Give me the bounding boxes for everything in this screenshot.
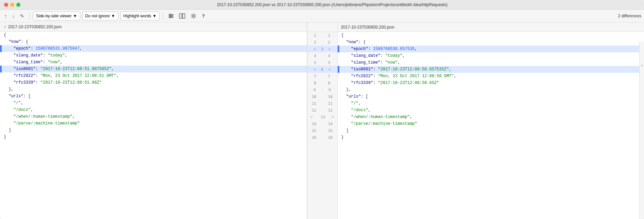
right-edge-row-1	[640, 41, 644, 48]
left-filename: 2017-10-23T030852.200.json	[8, 24, 62, 29]
gutter-row-10: 10 10	[307, 93, 337, 100]
separator-1	[29, 13, 30, 19]
gutter-header	[307, 22, 337, 32]
table-row: "slang_time": "now",	[338, 59, 644, 66]
right-line-5-content: "slang_time": "now",	[339, 60, 644, 65]
left-line-2-content: "now": {	[2, 39, 307, 44]
table-row: "slang_date": "today",	[338, 52, 644, 59]
viewer-dropdown[interactable]: Side-by-side viewer ▼	[33, 12, 80, 20]
table-row: },	[0, 86, 307, 93]
gutter-row-13: ▽ 13 ▽	[307, 114, 337, 120]
table-row: "slang_date": "today",	[0, 52, 307, 59]
highlight-dropdown[interactable]: Highlight words ▼	[120, 12, 160, 20]
left-line-16-content: }	[2, 135, 307, 139]
main-window: 2017-10-23T030852.200.json vs 2017-10-23…	[0, 0, 644, 219]
left-line-8-content: "rfc3339": "2017-10-23T12:08:51.98Z"	[2, 80, 307, 85]
close-button[interactable]	[4, 3, 8, 7]
table-row: }	[0, 134, 307, 140]
right-line-8-content: "rfc3339": "2017-10-23T12:08:50.65Z"	[339, 81, 644, 85]
gutter-row-8: 8 8	[307, 80, 337, 86]
right-edge-checkmark: ✓	[640, 62, 644, 69]
collapse-right-icon[interactable]: ▽	[332, 115, 334, 119]
right-check-icon: ✓	[641, 64, 643, 67]
table-row: "now": {	[0, 38, 307, 45]
right-line-14-content: "/parse/:machine-timestamp"	[339, 121, 644, 126]
gutter-row-14: 14 14	[307, 120, 337, 127]
table-row: "/docs",	[0, 106, 307, 113]
right-panel-scroll[interactable]: { "now": { "epoch": 1508760530.657535,	[338, 32, 644, 219]
prev-diff-button[interactable]: ↑	[3, 12, 9, 20]
right-file-header: 2017-10-23T030850.200.json	[338, 22, 644, 32]
gutter-row-16: 16 16	[307, 134, 337, 141]
left-line-10-content: "urls": [	[2, 94, 307, 99]
right-line-3-content: "epoch": 1508760530.657535,	[339, 47, 644, 51]
diff-count-label: 2 differences	[618, 14, 642, 18]
settings-icon-btn[interactable]	[167, 12, 175, 20]
right-line-13-content: "/when/:human-timestamp",	[339, 115, 644, 119]
question-icon: ?	[202, 13, 205, 19]
table-row: "rfc3339": "2017-10-23T12:08:51.98Z"	[0, 79, 307, 86]
middle-gutter: 1 1 2 2 » 3 « 4 4	[307, 22, 338, 219]
arrow-down-icon: ↓	[12, 13, 15, 19]
table-row: "/when/:human-timestamp",	[338, 114, 644, 120]
right-scroll-container: { "now": { "epoch": 1508760530.657535,	[338, 32, 644, 219]
left-line-11-content: "/",	[2, 101, 307, 105]
table-row: "iso8601": "2017-10-23T12:08:51.987505Z"…	[0, 66, 307, 72]
toolbar: ↑ ↓ ✎ Side-by-side viewer ▼ Do not ignor…	[0, 10, 644, 22]
table-row: "rfc2822": "Mon, 23 Oct 2017 12:08:51 GM…	[0, 72, 307, 79]
gutter-row-6: » 6 «	[307, 66, 337, 73]
left-line-15-content: ]	[2, 128, 307, 133]
minimize-button[interactable]	[10, 3, 14, 7]
right-line-4-content: "slang_date": "today",	[339, 53, 644, 58]
highlight-label: Highlight words	[123, 14, 151, 18]
gear-icon	[191, 13, 196, 19]
table-row: "slang_time": "now",	[0, 59, 307, 66]
title-bar: 2017-10-23T030852.200.json vs 2017-10-23…	[0, 0, 644, 10]
panel-view-button[interactable]	[177, 12, 187, 20]
svg-point-3	[169, 14, 171, 15]
right-line-6-content: "iso8601": "2017-10-23T12:08:50.657535Z"…	[339, 67, 644, 72]
separator-2	[163, 13, 163, 19]
ignore-dropdown[interactable]: Do not ignore ▼	[82, 12, 118, 20]
gutter-row-15: 15 15	[307, 127, 337, 134]
right-line-9-content: },	[339, 87, 644, 92]
ignore-label: Do not ignore	[85, 14, 110, 18]
traffic-lights	[4, 3, 20, 7]
gear-button[interactable]	[189, 12, 198, 20]
table-row: ]	[338, 127, 644, 134]
help-button[interactable]: ?	[200, 12, 206, 20]
table-row: "epoch": 1508760531.9875047,	[0, 45, 307, 52]
gutter-row-4: 4 4	[307, 52, 337, 59]
right-filename: 2017-10-23T030850.200.json	[341, 25, 394, 30]
left-panel-scroll[interactable]: { "now": { "epoch": 1508760531.9875047, …	[0, 32, 307, 219]
table-row: "rfc2822": "Mon, 23 Oct 2017 12:08:50 GM…	[338, 73, 644, 80]
table-row: "/",	[338, 100, 644, 107]
right-line-1-content: {	[339, 33, 644, 38]
left-line-4-content: "slang_date": "today",	[2, 53, 307, 58]
next-diff-button[interactable]: ↓	[11, 12, 16, 20]
gutter-row-7: 7 7	[307, 73, 337, 80]
gutter-row-2: 2 2	[307, 39, 337, 46]
right-line-10-content: "urls": [	[339, 94, 644, 99]
window-title: 2017-10-23T030852.200.json vs 2017-10-23…	[24, 2, 640, 7]
table-row: "urls": [	[338, 93, 644, 100]
table-row: "/",	[0, 100, 307, 106]
gutter-row-3: » 3 «	[307, 46, 337, 52]
right-edge-row-2	[640, 48, 644, 55]
table-row: "/parse/:machine-timestamp"	[338, 120, 644, 127]
gutter-row-11: 11 11	[307, 100, 337, 107]
maximize-button[interactable]	[16, 3, 20, 7]
table-row: {	[338, 32, 644, 39]
left-panel: ✓ 2017-10-23T030852.200.json { "now": {	[0, 22, 307, 219]
right-line-11-content: "/",	[339, 101, 644, 106]
edit-button[interactable]: ✎	[18, 12, 26, 20]
collapse-left-icon[interactable]: ▽	[310, 115, 313, 119]
table-row: "iso8601": "2017-10-23T12:08:50.657535Z"…	[338, 66, 644, 73]
edit-icon: ✎	[20, 13, 24, 19]
right-line-12-content: "/docs",	[339, 108, 644, 113]
gutter-row-12: 12 12	[307, 107, 337, 114]
table-row: }	[338, 134, 644, 141]
table-row: "now": {	[338, 39, 644, 46]
table-row: {	[0, 32, 307, 38]
left-line-14-content: "/parse/:machine-timestamp"	[2, 121, 307, 126]
